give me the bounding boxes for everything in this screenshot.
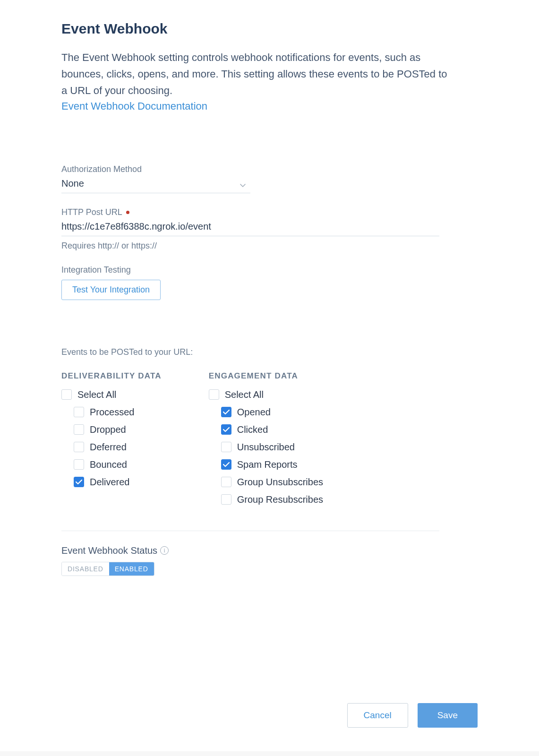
checkbox-label-deliverability-delivered: Delivered <box>90 477 129 488</box>
checkbox-label-engagement-spam-reports: Spam Reports <box>237 459 298 470</box>
authorization-method-label: Authorization Method <box>61 164 478 174</box>
authorization-method-select[interactable]: None <box>61 176 250 193</box>
status-toggle-group: DISABLED ENABLED <box>61 562 154 576</box>
page-description: The Event Webhook setting controls webho… <box>61 49 449 99</box>
checkbox-deliverability-dropped[interactable] <box>74 424 84 435</box>
page-title: Event Webhook <box>61 21 478 37</box>
http-post-url-label: HTTP Post URL <box>61 207 478 217</box>
checkbox-row-engagement-clicked: Clicked <box>221 424 323 435</box>
cancel-button[interactable]: Cancel <box>347 703 408 728</box>
checkbox-deliverability-select-all[interactable] <box>61 389 72 400</box>
http-post-url-helper: Requires http:// or https:// <box>61 241 478 251</box>
checkbox-row-engagement-select-all: Select All <box>209 389 323 400</box>
checkbox-engagement-select-all[interactable] <box>209 389 219 400</box>
checkbox-row-deliverability-bounced: Bounced <box>74 459 162 470</box>
webhook-status-section: Event Webhook Status i DISABLED ENABLED <box>61 545 478 576</box>
checkbox-label-deliverability-deferred: Deferred <box>90 442 127 453</box>
checkbox-engagement-spam-reports[interactable] <box>221 459 231 470</box>
checkbox-deliverability-delivered[interactable] <box>74 477 84 487</box>
checkbox-row-engagement-group-resubscribes: Group Resubscribes <box>221 494 323 505</box>
integration-testing-field: Integration Testing Test Your Integratio… <box>61 265 478 300</box>
deliverability-title: DELIVERABILITY DATA <box>61 371 162 381</box>
checkbox-row-engagement-unsubscribed: Unsubscribed <box>221 442 323 453</box>
checkbox-engagement-group-resubscribes[interactable] <box>221 494 231 505</box>
test-integration-button[interactable]: Test Your Integration <box>61 280 161 300</box>
checkbox-label-engagement-unsubscribed: Unsubscribed <box>237 442 295 453</box>
documentation-link[interactable]: Event Webhook Documentation <box>61 100 207 112</box>
save-button[interactable]: Save <box>418 703 478 728</box>
events-section: Events to be POSTed to your URL: DELIVER… <box>61 347 478 512</box>
required-indicator-icon <box>126 211 129 214</box>
checkbox-label-deliverability-processed: Processed <box>90 407 135 418</box>
checkbox-engagement-group-unsubscribes[interactable] <box>221 477 231 487</box>
footer-actions: Cancel Save <box>347 703 478 728</box>
checkbox-label-deliverability-select-all: Select All <box>77 389 116 400</box>
http-post-url-label-text: HTTP Post URL <box>61 207 122 217</box>
checkbox-label-deliverability-dropped: Dropped <box>90 424 126 435</box>
checkbox-deliverability-bounced[interactable] <box>74 459 84 470</box>
integration-testing-label: Integration Testing <box>61 265 478 275</box>
status-disabled-button[interactable]: DISABLED <box>62 562 109 576</box>
checkbox-deliverability-deferred[interactable] <box>74 442 84 452</box>
http-post-url-field: HTTP Post URL Requires http:// or https:… <box>61 207 478 251</box>
checkbox-label-engagement-group-resubscribes: Group Resubscribes <box>237 494 323 505</box>
checkbox-label-engagement-clicked: Clicked <box>237 424 268 435</box>
webhook-status-label-text: Event Webhook Status <box>61 545 157 556</box>
info-icon[interactable]: i <box>160 546 169 555</box>
http-post-url-input[interactable] <box>61 219 439 236</box>
checkbox-label-engagement-opened: Opened <box>237 407 271 418</box>
checkbox-engagement-opened[interactable] <box>221 407 231 417</box>
checkbox-deliverability-processed[interactable] <box>74 407 84 417</box>
checkbox-label-engagement-group-unsubscribes: Group Unsubscribes <box>237 477 323 488</box>
deliverability-column: DELIVERABILITY DATA Select AllProcessedD… <box>61 371 162 512</box>
authorization-method-value: None <box>61 178 250 189</box>
authorization-method-field: Authorization Method None <box>61 164 478 193</box>
engagement-column: ENGAGEMENT DATA Select AllOpenedClickedU… <box>209 371 323 512</box>
checkbox-row-deliverability-processed: Processed <box>74 407 162 418</box>
checkbox-engagement-clicked[interactable] <box>221 424 231 435</box>
engagement-title: ENGAGEMENT DATA <box>209 371 323 381</box>
checkbox-row-deliverability-delivered: Delivered <box>74 477 162 488</box>
checkbox-row-engagement-group-unsubscribes: Group Unsubscribes <box>221 477 323 488</box>
checkbox-row-deliverability-dropped: Dropped <box>74 424 162 435</box>
checkbox-row-engagement-spam-reports: Spam Reports <box>221 459 323 470</box>
events-heading: Events to be POSTed to your URL: <box>61 347 478 357</box>
checkbox-row-deliverability-deferred: Deferred <box>74 442 162 453</box>
event-webhook-panel: Event Webhook The Event Webhook setting … <box>0 0 539 751</box>
webhook-status-label: Event Webhook Status i <box>61 545 169 556</box>
checkbox-engagement-unsubscribed[interactable] <box>221 442 231 452</box>
checkbox-label-deliverability-bounced: Bounced <box>90 459 127 470</box>
checkbox-row-engagement-opened: Opened <box>221 407 323 418</box>
checkbox-label-engagement-select-all: Select All <box>225 389 264 400</box>
status-enabled-button[interactable]: ENABLED <box>109 562 154 576</box>
divider <box>61 531 439 531</box>
checkbox-row-deliverability-select-all: Select All <box>61 389 162 400</box>
